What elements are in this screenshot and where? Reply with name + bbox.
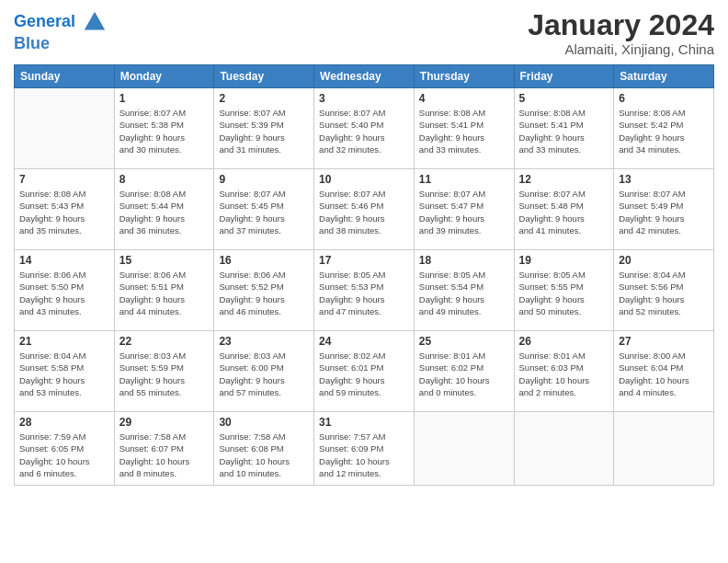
calendar-cell: 2Sunrise: 8:07 AM Sunset: 5:39 PM Daylig… (214, 88, 314, 169)
day-number: 21 (19, 335, 109, 348)
weekday-header-friday: Friday (514, 65, 614, 88)
day-info: Sunrise: 8:01 AM Sunset: 6:02 PM Dayligh… (419, 350, 509, 398)
day-info: Sunrise: 8:05 AM Sunset: 5:53 PM Dayligh… (319, 269, 409, 317)
calendar-cell: 23Sunrise: 8:03 AM Sunset: 6:00 PM Dayli… (214, 331, 314, 412)
day-number: 5 (519, 92, 609, 105)
calendar-cell (15, 88, 115, 169)
day-number: 3 (319, 92, 409, 105)
day-number: 11 (419, 173, 509, 186)
day-number: 29 (119, 416, 210, 429)
calendar-cell: 10Sunrise: 8:07 AM Sunset: 5:46 PM Dayli… (314, 169, 415, 250)
day-info: Sunrise: 8:07 AM Sunset: 5:49 PM Dayligh… (619, 188, 709, 236)
weekday-header-sunday: Sunday (15, 65, 115, 88)
weekday-header-tuesday: Tuesday (214, 65, 314, 88)
calendar-cell: 26Sunrise: 8:01 AM Sunset: 6:03 PM Dayli… (514, 331, 614, 412)
day-number: 24 (319, 335, 409, 348)
day-info: Sunrise: 8:03 AM Sunset: 6:00 PM Dayligh… (219, 350, 309, 398)
logo-icon (82, 9, 108, 35)
calendar-cell: 18Sunrise: 8:05 AM Sunset: 5:54 PM Dayli… (414, 250, 514, 331)
day-info: Sunrise: 8:07 AM Sunset: 5:48 PM Dayligh… (519, 188, 609, 236)
calendar-cell: 15Sunrise: 8:06 AM Sunset: 5:51 PM Dayli… (114, 250, 214, 331)
calendar-cell: 11Sunrise: 8:07 AM Sunset: 5:47 PM Dayli… (414, 169, 514, 250)
day-info: Sunrise: 8:05 AM Sunset: 5:55 PM Dayligh… (519, 269, 609, 317)
day-number: 22 (119, 335, 210, 348)
day-info: Sunrise: 8:06 AM Sunset: 5:52 PM Dayligh… (219, 269, 309, 317)
weekday-header-wednesday: Wednesday (314, 65, 415, 88)
header: General Blue January 2024 Alamaiti, Xinj… (14, 9, 714, 57)
calendar-cell: 30Sunrise: 7:58 AM Sunset: 6:08 PM Dayli… (214, 412, 314, 486)
day-number: 23 (219, 335, 309, 348)
day-info: Sunrise: 8:06 AM Sunset: 5:51 PM Dayligh… (119, 269, 210, 317)
calendar-week-3: 21Sunrise: 8:04 AM Sunset: 5:58 PM Dayli… (15, 331, 714, 412)
day-number: 1 (119, 92, 210, 105)
day-info: Sunrise: 8:08 AM Sunset: 5:42 PM Dayligh… (619, 107, 709, 155)
title-section: January 2024 Alamaiti, Xinjiang, China (528, 9, 714, 57)
month-title: January 2024 (528, 9, 714, 41)
calendar-cell: 22Sunrise: 8:03 AM Sunset: 5:59 PM Dayli… (114, 331, 214, 412)
calendar-cell: 9Sunrise: 8:07 AM Sunset: 5:45 PM Daylig… (214, 169, 314, 250)
logo-general: General (14, 12, 75, 30)
day-info: Sunrise: 8:05 AM Sunset: 5:54 PM Dayligh… (419, 269, 509, 317)
logo: General Blue (14, 9, 108, 53)
day-info: Sunrise: 8:07 AM Sunset: 5:45 PM Dayligh… (219, 188, 309, 236)
calendar-cell (614, 412, 714, 486)
day-number: 4 (419, 92, 509, 105)
day-number: 30 (219, 416, 309, 429)
day-info: Sunrise: 8:01 AM Sunset: 6:03 PM Dayligh… (519, 350, 609, 398)
day-info: Sunrise: 8:04 AM Sunset: 5:58 PM Dayligh… (19, 350, 109, 398)
day-number: 6 (619, 92, 709, 105)
location: Alamaiti, Xinjiang, China (528, 41, 714, 57)
calendar-cell: 7Sunrise: 8:08 AM Sunset: 5:43 PM Daylig… (15, 169, 115, 250)
day-info: Sunrise: 8:04 AM Sunset: 5:56 PM Dayligh… (619, 269, 709, 317)
weekday-header-monday: Monday (114, 65, 214, 88)
logo-text-block: General Blue (14, 9, 108, 53)
calendar-cell (514, 412, 614, 486)
page-container: General Blue January 2024 Alamaiti, Xinj… (0, 0, 728, 563)
calendar-cell: 6Sunrise: 8:08 AM Sunset: 5:42 PM Daylig… (614, 88, 714, 169)
day-info: Sunrise: 8:07 AM Sunset: 5:40 PM Dayligh… (319, 107, 409, 155)
day-number: 13 (619, 173, 709, 186)
calendar-week-1: 7Sunrise: 8:08 AM Sunset: 5:43 PM Daylig… (15, 169, 714, 250)
calendar-cell: 14Sunrise: 8:06 AM Sunset: 5:50 PM Dayli… (15, 250, 115, 331)
calendar-header-row: SundayMondayTuesdayWednesdayThursdayFrid… (15, 65, 714, 88)
day-number: 16 (219, 254, 309, 267)
day-number: 31 (319, 416, 409, 429)
day-number: 27 (619, 335, 709, 348)
calendar-cell: 1Sunrise: 8:07 AM Sunset: 5:38 PM Daylig… (114, 88, 214, 169)
day-info: Sunrise: 8:08 AM Sunset: 5:43 PM Dayligh… (19, 188, 109, 236)
day-number: 28 (19, 416, 109, 429)
day-info: Sunrise: 8:07 AM Sunset: 5:39 PM Dayligh… (219, 107, 309, 155)
day-info: Sunrise: 8:07 AM Sunset: 5:38 PM Dayligh… (119, 107, 210, 155)
calendar-cell: 28Sunrise: 7:59 AM Sunset: 6:05 PM Dayli… (15, 412, 115, 486)
calendar-table: SundayMondayTuesdayWednesdayThursdayFrid… (14, 64, 714, 486)
day-info: Sunrise: 8:06 AM Sunset: 5:50 PM Dayligh… (19, 269, 109, 317)
day-info: Sunrise: 7:59 AM Sunset: 6:05 PM Dayligh… (19, 431, 109, 479)
calendar-cell: 19Sunrise: 8:05 AM Sunset: 5:55 PM Dayli… (514, 250, 614, 331)
calendar-cell: 4Sunrise: 8:08 AM Sunset: 5:41 PM Daylig… (414, 88, 514, 169)
day-info: Sunrise: 8:02 AM Sunset: 6:01 PM Dayligh… (319, 350, 409, 398)
day-info: Sunrise: 8:07 AM Sunset: 5:46 PM Dayligh… (319, 188, 409, 236)
calendar-cell: 24Sunrise: 8:02 AM Sunset: 6:01 PM Dayli… (314, 331, 415, 412)
day-number: 14 (19, 254, 109, 267)
day-number: 7 (19, 173, 109, 186)
day-info: Sunrise: 8:08 AM Sunset: 5:41 PM Dayligh… (519, 107, 609, 155)
calendar-cell: 3Sunrise: 8:07 AM Sunset: 5:40 PM Daylig… (314, 88, 415, 169)
day-number: 15 (119, 254, 210, 267)
day-number: 2 (219, 92, 309, 105)
day-info: Sunrise: 8:08 AM Sunset: 5:44 PM Dayligh… (119, 188, 210, 236)
calendar-cell: 21Sunrise: 8:04 AM Sunset: 5:58 PM Dayli… (15, 331, 115, 412)
day-number: 12 (519, 173, 609, 186)
day-number: 25 (419, 335, 509, 348)
day-info: Sunrise: 7:58 AM Sunset: 6:07 PM Dayligh… (119, 431, 210, 479)
day-number: 9 (219, 173, 309, 186)
day-number: 17 (319, 254, 409, 267)
day-info: Sunrise: 7:57 AM Sunset: 6:09 PM Dayligh… (319, 431, 409, 479)
calendar-cell: 27Sunrise: 8:00 AM Sunset: 6:04 PM Dayli… (614, 331, 714, 412)
logo-blue: Blue (14, 34, 50, 52)
calendar-week-4: 28Sunrise: 7:59 AM Sunset: 6:05 PM Dayli… (15, 412, 714, 486)
calendar-week-2: 14Sunrise: 8:06 AM Sunset: 5:50 PM Dayli… (15, 250, 714, 331)
day-info: Sunrise: 8:00 AM Sunset: 6:04 PM Dayligh… (619, 350, 709, 398)
calendar-cell: 17Sunrise: 8:05 AM Sunset: 5:53 PM Dayli… (314, 250, 415, 331)
day-number: 19 (519, 254, 609, 267)
calendar-week-0: 1Sunrise: 8:07 AM Sunset: 5:38 PM Daylig… (15, 88, 714, 169)
